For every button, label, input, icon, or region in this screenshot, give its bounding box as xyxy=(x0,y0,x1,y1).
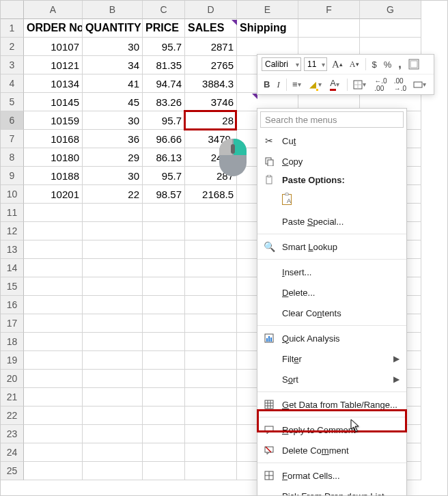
row-header-11[interactable]: 11 xyxy=(1,204,24,222)
cell-c4[interactable]: 94.74 xyxy=(143,74,185,93)
sort-item[interactable]: Sort▶ xyxy=(257,369,406,389)
cell-empty[interactable] xyxy=(83,407,143,425)
cell-d3[interactable]: 2765 xyxy=(185,56,237,74)
font-color-button[interactable]: A▾ xyxy=(328,77,343,92)
row-header-24[interactable]: 24 xyxy=(1,443,24,462)
cell-a9[interactable]: 10188 xyxy=(24,167,83,185)
cell-b9[interactable]: 30 xyxy=(83,167,143,185)
paste-special-item[interactable]: Paste Special... xyxy=(257,211,406,232)
col-header-d[interactable]: D xyxy=(185,1,237,19)
reply-comment-item[interactable]: Reply to Comment xyxy=(257,419,406,440)
cell-empty[interactable] xyxy=(185,259,237,277)
increase-font-button[interactable]: A▴ xyxy=(330,57,345,72)
cell-empty[interactable] xyxy=(24,277,83,296)
cell-f2[interactable] xyxy=(298,38,360,56)
increase-decimal-button[interactable]: ←.0.00 xyxy=(372,76,389,94)
cell-g1[interactable] xyxy=(360,19,421,38)
decrease-decimal-button[interactable]: .00→.0 xyxy=(392,76,408,94)
cell-empty[interactable] xyxy=(143,240,185,259)
cell-empty[interactable] xyxy=(143,314,185,333)
percent-format-button[interactable]: % xyxy=(382,58,394,71)
cell-empty[interactable] xyxy=(185,370,237,388)
cell-empty[interactable] xyxy=(24,388,83,407)
row-header-7[interactable]: 7 xyxy=(1,130,24,148)
row-header-12[interactable]: 12 xyxy=(1,222,24,240)
align-button[interactable]: ≡▾ xyxy=(290,78,305,91)
col-header-g[interactable]: G xyxy=(360,1,421,19)
cell-empty[interactable] xyxy=(143,204,185,222)
cell-c10[interactable]: 98.57 xyxy=(143,185,185,204)
cell-empty[interactable] xyxy=(185,407,237,425)
decrease-font-button[interactable]: A▾ xyxy=(348,58,361,71)
col-header-b[interactable]: B xyxy=(83,1,143,19)
cell-b4[interactable]: 41 xyxy=(83,74,143,93)
cell-c5[interactable]: 83.26 xyxy=(143,93,185,111)
cell-empty[interactable] xyxy=(24,222,83,240)
cell-empty[interactable] xyxy=(83,370,143,388)
cell-empty[interactable] xyxy=(83,296,143,314)
cell-empty[interactable] xyxy=(83,277,143,296)
cell-empty[interactable] xyxy=(143,351,185,370)
cell-empty[interactable] xyxy=(185,425,237,443)
cell-a2[interactable]: 10107 xyxy=(24,38,83,56)
cell-g2[interactable] xyxy=(360,38,421,56)
format-cells-item[interactable]: Format Cells... xyxy=(257,465,406,486)
cell-c2[interactable]: 95.7 xyxy=(143,38,185,56)
cell-d7[interactable]: 3479. xyxy=(185,130,237,148)
cell-empty[interactable] xyxy=(83,462,143,480)
insert-item[interactable]: Insert... xyxy=(257,262,406,282)
cell-empty[interactable] xyxy=(185,277,237,296)
cell-empty[interactable] xyxy=(143,333,185,351)
menu-search-input[interactable]: Search the menus xyxy=(260,111,404,128)
cut-item[interactable]: ✂ Cut xyxy=(257,130,406,151)
cell-e1[interactable]: Shipping xyxy=(237,19,298,38)
row-header-3[interactable]: 3 xyxy=(1,56,24,74)
row-header-16[interactable]: 16 xyxy=(1,296,24,314)
pick-from-list-item[interactable]: Pick From Drop-down List... xyxy=(257,486,406,496)
format-painter-button[interactable] xyxy=(406,57,421,71)
cell-empty[interactable] xyxy=(185,222,237,240)
row-header-20[interactable]: 20 xyxy=(1,370,24,388)
cell-empty[interactable] xyxy=(185,388,237,407)
row-header-9[interactable]: 9 xyxy=(1,167,24,185)
cell-b2[interactable]: 30 xyxy=(83,38,143,56)
cell-b7[interactable]: 36 xyxy=(83,130,143,148)
cell-a6[interactable]: 10159 xyxy=(24,111,83,130)
cell-empty[interactable] xyxy=(185,314,237,333)
row-header-18[interactable]: 18 xyxy=(1,333,24,351)
cell-empty[interactable] xyxy=(185,351,237,370)
cell-empty[interactable] xyxy=(185,462,237,480)
delete-item[interactable]: Delete... xyxy=(257,282,406,303)
col-header-f[interactable]: F xyxy=(298,1,360,19)
cell-b1[interactable]: QUANTITY xyxy=(83,19,143,38)
cell-empty[interactable] xyxy=(83,222,143,240)
row-header-1[interactable]: 1 xyxy=(1,19,24,38)
cell-c7[interactable]: 96.66 xyxy=(143,130,185,148)
row-header-10[interactable]: 10 xyxy=(1,185,24,204)
comma-format-button[interactable]: , xyxy=(396,57,403,72)
row-header-21[interactable]: 21 xyxy=(1,388,24,407)
cell-empty[interactable] xyxy=(143,296,185,314)
row-header-23[interactable]: 23 xyxy=(1,425,24,443)
row-header-19[interactable]: 19 xyxy=(1,351,24,370)
row-header-4[interactable]: 4 xyxy=(1,74,24,93)
cell-empty[interactable] xyxy=(83,388,143,407)
cell-empty[interactable] xyxy=(185,204,237,222)
cell-empty[interactable] xyxy=(143,259,185,277)
delete-comment-item[interactable]: Delete Comment xyxy=(257,440,406,460)
clear-contents-item[interactable]: Clear Contents xyxy=(257,303,406,323)
cell-a7[interactable]: 10168 xyxy=(24,130,83,148)
cell-d6[interactable]: 28 xyxy=(185,111,237,130)
cell-d1[interactable]: SALES xyxy=(185,19,237,38)
cell-b3[interactable]: 34 xyxy=(83,56,143,74)
cell-d4[interactable]: 3884.3 xyxy=(185,74,237,93)
cell-d2[interactable]: 2871 xyxy=(185,38,237,56)
col-header-e[interactable]: E xyxy=(237,1,298,19)
cell-empty[interactable] xyxy=(24,351,83,370)
cell-empty[interactable] xyxy=(83,425,143,443)
get-data-item[interactable]: Get Data from Table/Range... xyxy=(257,394,406,415)
cell-empty[interactable] xyxy=(83,240,143,259)
cell-a5[interactable]: 10145 xyxy=(24,93,83,111)
row-header-8[interactable]: 8 xyxy=(1,148,24,167)
cell-empty[interactable] xyxy=(24,462,83,480)
